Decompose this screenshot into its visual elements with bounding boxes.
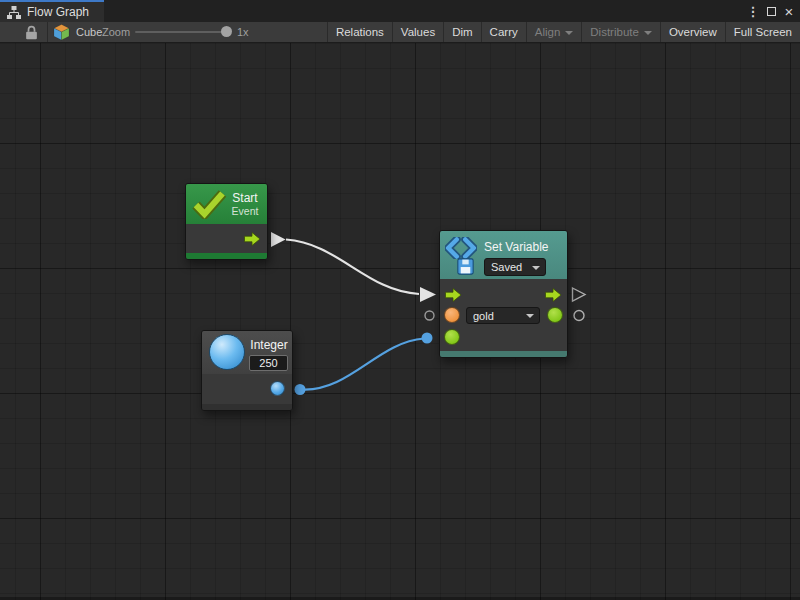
zoom-label: Zoom (102, 22, 130, 42)
scope-dropdown-value: Saved (491, 261, 522, 273)
chevron-down-icon (526, 314, 534, 318)
start-node-footer (186, 253, 267, 259)
full-screen-button[interactable]: Full Screen (726, 22, 800, 42)
connection-layer (0, 43, 800, 600)
value-input-port[interactable] (444, 329, 460, 345)
graph-target-label: Cube (76, 26, 102, 38)
integer-sphere-icon (209, 334, 245, 370)
integer-node[interactable]: Integer 250 (201, 330, 293, 411)
set-variable-header: Set Variable Saved (440, 231, 567, 279)
dim-button[interactable]: Dim (444, 22, 480, 42)
set-variable-node[interactable]: Set Variable Saved gold (439, 230, 568, 358)
graph-toolbar: Cube Zoom 1x Relations Values Dim Carry … (0, 22, 800, 43)
variable-name-input-port[interactable] (444, 307, 460, 323)
button-label: Relations (336, 26, 384, 38)
chevron-down-icon (644, 31, 652, 35)
value-output-port[interactable] (547, 307, 563, 323)
lock-icon (25, 25, 38, 40)
zoom-value: 1x (237, 22, 249, 42)
variable-name-value: gold (473, 310, 494, 322)
flow-output-port[interactable] (545, 288, 562, 302)
set-variable-body: gold (440, 279, 567, 351)
window-controls: ⋮ × (744, 0, 798, 22)
tab-flow-graph[interactable]: Flow Graph (0, 0, 104, 22)
integer-value-field[interactable]: 250 (249, 355, 288, 371)
zoom-slider-handle[interactable] (221, 26, 232, 37)
maximize-glyph (767, 7, 776, 16)
close-icon[interactable]: × (780, 0, 798, 22)
maximize-icon[interactable] (762, 0, 780, 22)
flow-output-port[interactable] (244, 232, 261, 246)
start-node-header: Start Event (186, 184, 267, 224)
node-subtitle: Event (227, 205, 263, 217)
node-title: Start (227, 191, 263, 205)
value-wire-end-dot[interactable] (422, 333, 433, 344)
toolbar-separator (47, 22, 48, 42)
integer-output-port[interactable] (270, 381, 285, 396)
variable-scope-dropdown[interactable]: Saved (484, 258, 546, 276)
distribute-button[interactable]: Distribute (582, 22, 660, 42)
value-connection-wire[interactable] (303, 339, 424, 390)
integer-footer (202, 404, 292, 410)
integer-body (202, 374, 292, 404)
checkmark-icon (191, 189, 227, 219)
button-label: Overview (669, 26, 717, 38)
flow-graph-window: Flow Graph ⋮ × Cube Zoom (0, 0, 800, 600)
save-floppy-icon (457, 258, 474, 275)
integer-value: 250 (259, 357, 277, 369)
button-label: Align (535, 26, 561, 38)
unconnected-output-indicator-circle[interactable] (574, 311, 584, 321)
align-button[interactable]: Align (527, 22, 582, 42)
button-label: Values (401, 26, 435, 38)
zoom-slider-track[interactable] (135, 31, 228, 33)
flow-graph-icon (7, 6, 21, 19)
button-label: Carry (490, 26, 518, 38)
flow-wire-end-arrow[interactable] (420, 287, 436, 302)
tab-bar: Flow Graph ⋮ × (0, 0, 800, 22)
start-event-node[interactable]: Start Event (185, 183, 268, 260)
code-chevrons-icon (445, 237, 477, 259)
toolbar-buttons: Relations Values Dim Carry Align Distrib… (327, 22, 800, 42)
chevron-down-icon (565, 31, 573, 35)
graph-canvas[interactable]: Start Event (0, 43, 800, 600)
graph-target-button[interactable]: Cube (52, 22, 102, 42)
unconnected-input-indicator-circle[interactable] (425, 311, 434, 320)
unconnected-flow-indicator-triangle[interactable] (573, 288, 586, 301)
set-variable-footer (440, 351, 567, 357)
values-button[interactable]: Values (393, 22, 443, 42)
button-label: Dim (452, 26, 472, 38)
flow-input-port[interactable] (445, 288, 462, 302)
node-title: Set Variable (484, 240, 548, 254)
integer-header: Integer 250 (202, 331, 292, 374)
button-label: Full Screen (734, 26, 792, 38)
value-wire-start-dot[interactable] (295, 384, 306, 395)
node-title: Integer (248, 338, 290, 352)
relations-button[interactable]: Relations (328, 22, 392, 42)
start-node-body (186, 224, 267, 253)
tab-title: Flow Graph (27, 5, 89, 19)
cube-icon (52, 24, 71, 41)
button-label: Distribute (590, 26, 639, 38)
flow-wire-start-arrow[interactable] (271, 232, 286, 247)
lock-toggle[interactable] (25, 22, 38, 42)
chevron-down-icon (532, 266, 540, 270)
carry-button[interactable]: Carry (482, 22, 526, 42)
window-menu-icon[interactable]: ⋮ (744, 0, 762, 22)
overview-button[interactable]: Overview (661, 22, 725, 42)
flow-connection-wire[interactable] (286, 240, 419, 295)
variable-name-dropdown[interactable]: gold (466, 307, 540, 324)
